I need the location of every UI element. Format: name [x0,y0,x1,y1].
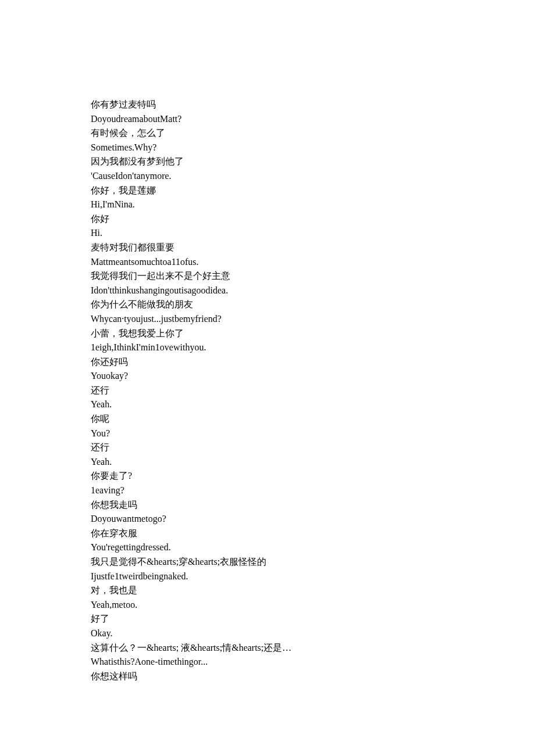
text-line: 因为我都没有梦到他了 [91,155,535,169]
text-line: Whycan·tyoujust...justbemyfriend? [91,312,535,327]
text-line: Doyouwantmetogo? [91,512,535,526]
text-line: 麦特对我们都很重要 [91,241,535,255]
text-line: 你好，我是莲娜 [91,184,535,198]
text-line: Hi,I'mNina. [91,198,535,212]
text-line: DoyoudreamaboutMatt? [91,112,535,127]
text-line: 小蕾，我想我爱上你了 [91,327,535,341]
text-line: 你想这样吗 [91,669,535,684]
text-line: Hi. [91,226,535,241]
text-line: Youokay? [91,369,535,384]
text-line: 还行 [91,440,535,455]
text-line: 'CauseIdon'tanymore. [91,169,535,184]
text-line: 我只是觉得不&hearts;穿&hearts;衣服怪怪的 [91,555,535,569]
text-line: You'regettingdressed. [91,540,535,555]
text-line: 你要走了? [91,469,535,483]
text-line: 你呢 [91,412,535,427]
text-line: 你在穿衣服 [91,526,535,541]
text-line: 你有梦过麦特吗 [91,98,535,112]
text-line: 对，我也是 [91,583,535,598]
text-line: 你好 [91,212,535,227]
text-line: 1eaving? [91,483,535,498]
text-line: 还行 [91,384,535,398]
text-line: Whatisthis?Aone-timethingor... [91,655,535,669]
text-line: 你想我走吗 [91,498,535,513]
text-line: Okay. [91,626,535,641]
text-line: Yeah. [91,455,535,470]
text-line: 我觉得我们一起出来不是个好主意 [91,269,535,284]
text-line: 这算什么？一&hearts; 液&hearts;情&hearts;还是… [91,641,535,655]
text-line: Sometimes.Why? [91,141,535,155]
text-line: You? [91,427,535,441]
text-line: Mattmeantsomuchtoa11ofus. [91,255,535,270]
document-page: 你有梦过麦特吗 DoyoudreamaboutMatt? 有时候会，怎么了 So… [0,0,535,756]
text-line: 你还好吗 [91,355,535,370]
text-line: 1eigh,IthinkI'min1ovewithyou. [91,341,535,355]
text-line: 你为什么不能做我的朋友 [91,298,535,312]
text-line: 好了 [91,612,535,626]
text-line: Yeah,metoo. [91,598,535,612]
text-line: Idon'tthinkushangingoutisagoodidea. [91,284,535,298]
text-line: Yeah. [91,397,535,412]
text-line: Ijustfe1tweirdbeingnaked. [91,569,535,584]
text-line: 有时候会，怎么了 [91,126,535,141]
